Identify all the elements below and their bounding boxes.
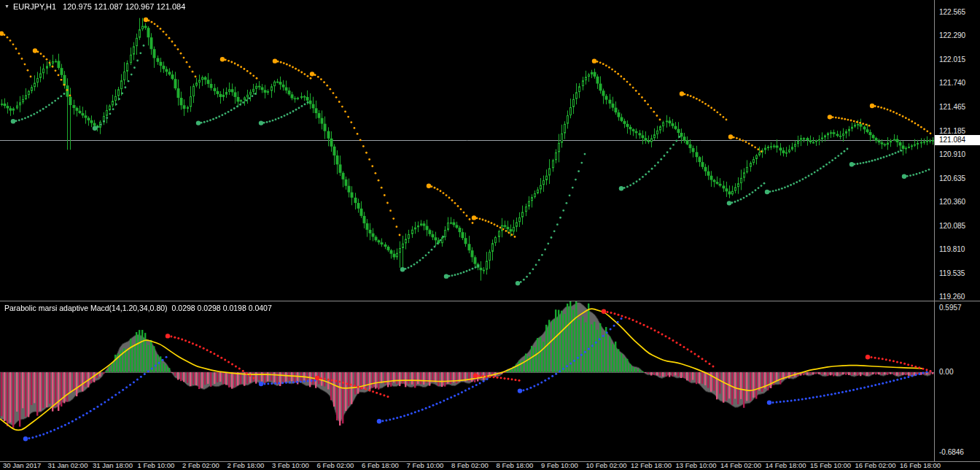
time-axis-label: 16 Feb 18:00 — [900, 462, 941, 469]
time-axis-label: 30 Jan 2017 — [3, 462, 41, 469]
time-axis-label: 12 Feb 18:00 — [631, 462, 672, 469]
time-axis-label: 8 Feb 02:00 — [451, 462, 489, 469]
mt4-chart-window: ▼EURJPY,H1120.975 121.087 120.967 121.08… — [0, 0, 980, 470]
price-chart-panel — [0, 0, 934, 301]
indicator-params: (14,1.20,34,0.80) — [109, 304, 168, 312]
price-axis-label: 120.910 — [939, 151, 965, 158]
indicator-name: Parabolic marsi adaptive Macd — [4, 304, 109, 312]
time-axis[interactable]: 30 Jan 201731 Jan 02:0031 Jan 18:001 Feb… — [0, 462, 980, 470]
price-axis-label: 119.535 — [939, 270, 965, 277]
time-axis-label: 14 Feb 02:00 — [720, 462, 761, 469]
indicator-axis-label: -0.6846 — [939, 449, 964, 456]
ohlc-values: 120.975 121.087 120.967 121.084 — [63, 2, 185, 11]
price-axis[interactable]: 121.084 122.565122.290122.015121.740121.… — [935, 0, 980, 301]
time-axis-label: 8 Feb 18:00 — [497, 462, 534, 469]
price-axis-label: 122.565 — [939, 9, 965, 16]
axis-vertical-separator — [934, 0, 935, 461]
price-axis-label: 120.085 — [939, 223, 965, 230]
time-axis-label: 16 Feb 02:00 — [855, 462, 896, 469]
indicator-canvas[interactable] — [0, 301, 934, 461]
indicator-axis[interactable]: 0.59570.00-0.6846 — [935, 301, 980, 461]
time-axis-label: 3 Feb 10:00 — [272, 462, 309, 469]
time-axis-label: 13 Feb 10:00 — [676, 462, 717, 469]
time-axis-label: 6 Feb 18:00 — [362, 462, 399, 469]
indicator-title: Parabolic marsi adaptive Macd(14,1.20,34… — [4, 304, 272, 312]
symbol-ohlc-label: ▼EURJPY,H1120.975 121.087 120.967 121.08… — [4, 2, 185, 11]
price-axis-label: 120.635 — [939, 175, 965, 182]
price-axis-label: 121.465 — [939, 104, 965, 111]
time-axis-label: 2 Feb 18:00 — [228, 462, 265, 469]
time-axis-label: 31 Jan 18:00 — [93, 462, 133, 469]
price-axis-label: 119.260 — [939, 293, 965, 301]
time-axis-label: 1 Feb 10:00 — [138, 462, 175, 469]
indicator-axis-label: 0.00 — [939, 369, 953, 376]
time-axis-label: 15 Feb 10:00 — [810, 462, 851, 469]
time-axis-label: 2 Feb 02:00 — [182, 462, 219, 469]
current-price-tag: 121.084 — [935, 135, 980, 145]
time-axis-label: 9 Feb 10:00 — [541, 462, 578, 469]
time-axis-label: 31 Jan 02:00 — [48, 462, 88, 469]
time-axis-separator — [0, 461, 980, 462]
price-axis-label: 119.810 — [939, 246, 965, 253]
indicator-axis-label: 0.5957 — [939, 304, 962, 312]
symbol-name: EURJPY,H1 — [13, 2, 56, 11]
price-axis-label: 122.290 — [939, 32, 965, 39]
price-axis-label: 122.015 — [939, 56, 965, 63]
price-axis-label: 120.360 — [939, 199, 965, 206]
price-axis-label: 121.185 — [939, 128, 965, 135]
window-triangle-icon: ▼ — [4, 4, 9, 9]
time-axis-label: 6 Feb 02:00 — [317, 462, 354, 469]
indicator-values: 0.0298 0.0298 0.0198 0.0407 — [172, 304, 272, 312]
time-axis-label: 10 Feb 02:00 — [586, 462, 627, 469]
indicator-panel — [0, 301, 934, 461]
price-axis-label: 121.740 — [939, 80, 965, 87]
time-axis-label: 14 Feb 18:00 — [766, 462, 806, 469]
price-chart-canvas[interactable] — [0, 0, 934, 301]
time-axis-label: 7 Feb 10:00 — [407, 462, 444, 469]
panel-separator[interactable] — [0, 301, 980, 301]
